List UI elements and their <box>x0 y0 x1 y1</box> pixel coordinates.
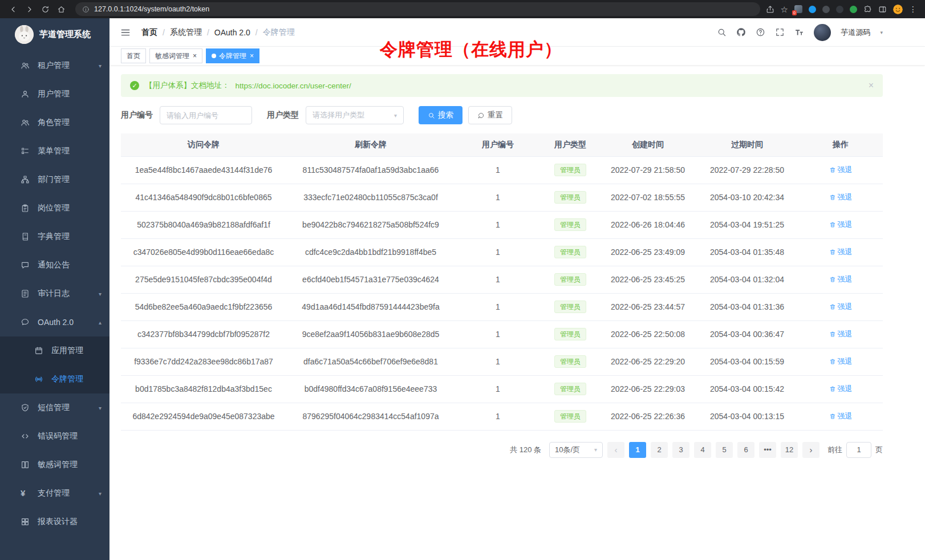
force-logout-button[interactable]: 强退 <box>829 220 853 230</box>
share-icon[interactable] <box>766 5 774 14</box>
tab-home[interactable]: 首页 <box>121 48 146 63</box>
sidebar-item-oauth[interactable]: OAuth 2.0▴ <box>0 308 109 336</box>
page-button[interactable]: 1 <box>629 442 646 458</box>
column-header: 用户编号 <box>455 133 541 156</box>
prev-page-button[interactable]: ‹ <box>607 442 624 458</box>
force-logout-button[interactable]: 强退 <box>829 384 853 394</box>
sidebar-item-sensitive[interactable]: 敏感词管理 <box>0 451 109 479</box>
browser-menu-icon[interactable]: ⋮ <box>909 5 917 14</box>
extension-badged-icon[interactable]: 0 <box>794 5 802 13</box>
menu-collapse-icon[interactable] <box>120 27 131 38</box>
page-size-select[interactable]: 10条/页 ▾ <box>549 442 603 458</box>
user-type-cell: 管理员 <box>541 320 600 348</box>
page-button[interactable]: 4 <box>694 442 711 458</box>
sidebar-item-dict[interactable]: 字典管理 <box>0 222 109 251</box>
extension-dark-icon[interactable] <box>822 6 830 13</box>
refresh-icon[interactable] <box>38 2 52 17</box>
page-button[interactable]: 3 <box>672 442 689 458</box>
sidebar-item-role[interactable]: 角色管理 <box>0 108 109 137</box>
github-icon[interactable] <box>736 27 746 37</box>
extension-blue-icon[interactable] <box>809 6 816 13</box>
split-view-icon[interactable] <box>878 5 887 14</box>
breadcrumb-item[interactable]: 系统管理 <box>170 27 202 38</box>
sidebar-item-pay[interactable]: ¥支付管理▾ <box>0 479 109 508</box>
search-button[interactable]: 搜索 <box>419 106 462 124</box>
close-icon[interactable]: × <box>869 81 874 90</box>
user-avatar[interactable] <box>814 24 831 41</box>
dict-icon <box>21 232 30 241</box>
reset-button[interactable]: 重置 <box>468 106 512 124</box>
tab-token[interactable]: 令牌管理× <box>206 48 259 63</box>
user-type-badge: 管理员 <box>554 273 586 286</box>
force-logout-button[interactable]: 强退 <box>829 329 853 339</box>
sidebar-item-post[interactable]: 岗位管理 <box>0 194 109 222</box>
fullscreen-icon[interactable] <box>775 27 785 37</box>
next-page-button[interactable]: › <box>802 442 819 458</box>
app-logo[interactable]: 芋道管理系统 <box>0 18 109 50</box>
sidebar-item-user[interactable]: 用户管理 <box>0 80 109 108</box>
refresh-token-cell: 811c530487574fa0af1a59d3abc1aa66 <box>286 156 455 184</box>
chevron-down-icon[interactable]: ▾ <box>880 30 883 35</box>
force-logout-button[interactable]: 强退 <box>829 247 853 257</box>
force-logout-button[interactable]: 强退 <box>829 192 853 202</box>
page-ellipsis[interactable]: ••• <box>759 442 776 458</box>
sidebar-item-oauth-app[interactable]: 应用管理 <box>0 336 109 365</box>
chevron-down-icon: ▾ <box>99 405 102 411</box>
sidebar-item-label: 审计日志 <box>38 289 70 299</box>
breadcrumb-item[interactable]: OAuth 2.0 <box>214 28 250 37</box>
site-info-icon[interactable] <box>82 6 90 13</box>
browser-profile-avatar[interactable] <box>893 5 903 14</box>
back-icon[interactable] <box>6 2 21 17</box>
close-tab-icon[interactable]: × <box>193 52 197 59</box>
user-name[interactable]: 芋道源码 <box>841 27 870 38</box>
goto-page-input[interactable] <box>846 442 871 458</box>
url-bar[interactable]: 127.0.0.1:1024/system/oauth2/token <box>75 2 760 16</box>
sidebar-item-oauth-token[interactable]: 令牌管理 <box>0 365 109 393</box>
force-logout-button[interactable]: 强退 <box>829 356 853 367</box>
sidebar-item-tenant[interactable]: 租户管理▾ <box>0 51 109 80</box>
search-icon[interactable] <box>717 27 727 37</box>
page-button[interactable]: 6 <box>737 442 754 458</box>
extension-green-icon[interactable] <box>850 6 857 13</box>
forward-icon[interactable] <box>22 2 36 17</box>
extension-gray-icon[interactable] <box>836 6 843 13</box>
page-button[interactable]: 2 <box>651 442 668 458</box>
pay-icon: ¥ <box>21 489 30 498</box>
sidebar-item-errcode[interactable]: 错误码管理 <box>0 422 109 451</box>
sidebar-item-label: 部门管理 <box>38 175 70 185</box>
doc-link[interactable]: https://doc.iocoder.cn/user-center/ <box>236 82 351 90</box>
sidebar-item-menu[interactable]: 菜单管理 <box>0 137 109 165</box>
user-id-input[interactable] <box>160 106 252 124</box>
force-logout-button[interactable]: 强退 <box>829 411 853 421</box>
user-type-badge: 管理员 <box>554 218 586 231</box>
page-button[interactable]: 5 <box>716 442 733 458</box>
actions-cell: 强退 <box>798 211 883 238</box>
sidebar-item-sms[interactable]: 短信管理▾ <box>0 393 109 422</box>
page-content: ✓ 【用户体系】文档地址： https://doc.iocoder.cn/use… <box>109 65 925 560</box>
active-tab-dot-icon <box>212 54 216 58</box>
help-icon[interactable] <box>756 27 765 37</box>
close-tab-icon[interactable]: × <box>250 52 254 59</box>
font-size-icon[interactable] <box>794 27 804 37</box>
sidebar-item-audit[interactable]: 审计日志▾ <box>0 279 109 308</box>
sidebar-item-dept[interactable]: 部门管理 <box>0 165 109 194</box>
tab-sensitive[interactable]: 敏感词管理× <box>149 48 202 63</box>
bookmark-star-icon[interactable]: ☆ <box>781 5 788 14</box>
extension-badge: 0 <box>792 10 797 15</box>
user-type-badge: 管理员 <box>554 164 586 176</box>
breadcrumb-item[interactable]: 首页 <box>141 27 157 38</box>
page-button[interactable]: 12 <box>781 442 798 458</box>
force-logout-label: 强退 <box>838 220 853 230</box>
user-type-select[interactable]: 请选择用户类型 ▾ <box>306 106 404 124</box>
create-time-cell: 2022-06-25 23:44:57 <box>600 293 696 320</box>
force-logout-button[interactable]: 强退 <box>829 302 853 312</box>
sidebar-item-report[interactable]: 报表设计器 <box>0 508 109 536</box>
refresh-token-cell: dfa6c71a50a54c66bef706ef9e6e8d81 <box>286 348 455 375</box>
extensions-puzzle-icon[interactable] <box>863 5 872 14</box>
page-size-value: 10条/页 <box>555 445 580 455</box>
force-logout-button[interactable]: 强退 <box>829 274 853 285</box>
force-logout-button[interactable]: 强退 <box>829 165 853 175</box>
chevron-up-icon: ▴ <box>99 319 102 326</box>
sidebar-item-notice[interactable]: 通知公告 <box>0 251 109 279</box>
home-icon[interactable] <box>54 2 68 17</box>
